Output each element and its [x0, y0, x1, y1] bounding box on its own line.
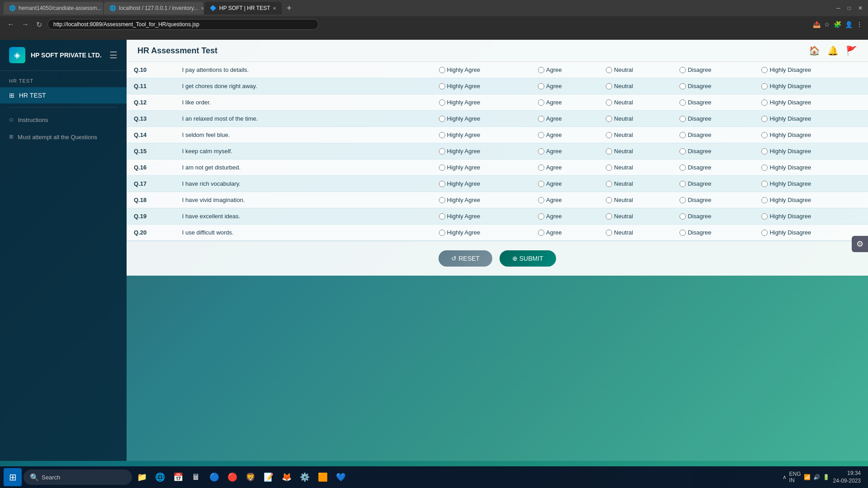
radio-input[interactable]: [679, 132, 686, 138]
radio-option-agree[interactable]: Agree: [538, 66, 591, 73]
taskbar-app1[interactable]: 🟧: [315, 469, 331, 485]
radio-option-neutral[interactable]: Neutral: [606, 164, 665, 171]
taskbar-file-explorer[interactable]: 📁: [134, 469, 150, 485]
sidebar-item-instructions[interactable]: ○ Instructions: [0, 111, 127, 128]
radio-input[interactable]: [439, 230, 445, 236]
flag-icon[interactable]: 🚩: [846, 45, 857, 56]
radio-input[interactable]: [761, 99, 768, 106]
menu-icon[interactable]: ⋮: [856, 21, 863, 28]
radio-input[interactable]: [538, 213, 544, 220]
radio-option-agree[interactable]: Agree: [538, 180, 591, 187]
reset-button[interactable]: ↺ RESET: [439, 250, 492, 267]
radio-input[interactable]: [761, 164, 768, 171]
radio-option-neutral[interactable]: Neutral: [606, 99, 665, 106]
bookmark-icon[interactable]: ☆: [824, 21, 830, 28]
radio-input[interactable]: [538, 99, 544, 106]
radio-input[interactable]: [439, 148, 445, 155]
radio-input[interactable]: [761, 67, 768, 73]
radio-input[interactable]: [679, 116, 686, 122]
taskbar-notes[interactable]: 📝: [260, 469, 277, 485]
radio-option-highly-agree[interactable]: Highly Agree: [439, 115, 524, 122]
tab-2-close[interactable]: ✕: [201, 6, 203, 11]
radio-input[interactable]: [679, 99, 686, 106]
radio-input[interactable]: [679, 197, 686, 203]
radio-input[interactable]: [439, 99, 445, 106]
radio-option-neutral[interactable]: Neutral: [606, 66, 665, 73]
radio-input[interactable]: [538, 83, 544, 89]
radio-option-neutral[interactable]: Neutral: [606, 213, 665, 220]
taskbar-settings[interactable]: ⚙️: [297, 469, 313, 485]
radio-option-highly-disagree[interactable]: Highly Disagree: [761, 213, 861, 220]
radio-option-highly-agree[interactable]: Highly Agree: [439, 131, 524, 138]
radio-option-agree[interactable]: Agree: [538, 213, 591, 220]
refresh-button[interactable]: ↻: [34, 19, 44, 30]
radio-input[interactable]: [439, 83, 445, 89]
close-button[interactable]: ✕: [856, 3, 864, 13]
radio-input[interactable]: [761, 148, 768, 155]
radio-option-highly-disagree[interactable]: Highly Disagree: [761, 131, 861, 138]
hamburger-menu[interactable]: ☰: [109, 50, 118, 61]
radio-input[interactable]: [439, 213, 445, 220]
radio-input[interactable]: [606, 213, 612, 220]
taskbar-search-box[interactable]: 🔍 Search: [24, 469, 132, 485]
radio-option-highly-agree[interactable]: Highly Agree: [439, 148, 524, 155]
radio-option-neutral[interactable]: Neutral: [606, 148, 665, 155]
radio-input[interactable]: [439, 197, 445, 203]
radio-input[interactable]: [761, 197, 768, 203]
radio-input[interactable]: [761, 83, 768, 89]
radio-input[interactable]: [761, 230, 768, 236]
radio-option-disagree[interactable]: Disagree: [679, 131, 747, 138]
home-icon[interactable]: 🏠: [809, 45, 820, 56]
sidebar-item-must-attempt[interactable]: ≡ Must attempt all the Questions: [0, 128, 127, 145]
radio-input[interactable]: [606, 164, 612, 171]
chevron-up-icon[interactable]: ∧: [783, 474, 787, 480]
back-button[interactable]: ←: [5, 19, 16, 29]
radio-input[interactable]: [538, 181, 544, 187]
radio-input[interactable]: [606, 148, 612, 155]
radio-option-highly-disagree[interactable]: Highly Disagree: [761, 66, 861, 73]
radio-input[interactable]: [439, 164, 445, 171]
radio-input[interactable]: [679, 164, 686, 171]
bell-icon[interactable]: 🔔: [827, 45, 839, 56]
radio-option-disagree[interactable]: Disagree: [679, 148, 747, 155]
radio-option-highly-agree[interactable]: Highly Agree: [439, 197, 524, 203]
radio-option-neutral[interactable]: Neutral: [606, 115, 665, 122]
radio-input[interactable]: [538, 197, 544, 203]
submit-button[interactable]: ⊕ SUBMIT: [500, 250, 556, 267]
radio-input[interactable]: [439, 67, 445, 73]
settings-gear-button[interactable]: ⚙: [852, 236, 868, 252]
radio-option-agree[interactable]: Agree: [538, 229, 591, 236]
radio-input[interactable]: [606, 83, 612, 89]
radio-option-highly-disagree[interactable]: Highly Disagree: [761, 164, 861, 171]
radio-input[interactable]: [439, 132, 445, 138]
radio-input[interactable]: [606, 132, 612, 138]
radio-input[interactable]: [679, 67, 686, 73]
cast-icon[interactable]: 📤: [813, 21, 821, 28]
taskbar-browser-icon[interactable]: 🌐: [152, 469, 168, 485]
radio-option-disagree[interactable]: Disagree: [679, 66, 747, 73]
taskbar-calculator[interactable]: 🖩: [188, 469, 204, 485]
radio-option-neutral[interactable]: Neutral: [606, 131, 665, 138]
tab-1[interactable]: 🌐 hemant14050/candiate-assessm... ✕: [4, 2, 103, 14]
radio-input[interactable]: [679, 181, 686, 187]
radio-option-neutral[interactable]: Neutral: [606, 197, 665, 203]
radio-input[interactable]: [761, 132, 768, 138]
url-input[interactable]: [47, 19, 319, 30]
radio-option-neutral[interactable]: Neutral: [606, 180, 665, 187]
radio-input[interactable]: [538, 230, 544, 236]
radio-input[interactable]: [538, 132, 544, 138]
profile-icon[interactable]: 👤: [845, 21, 853, 28]
radio-option-agree[interactable]: Agree: [538, 197, 591, 203]
radio-option-highly-agree[interactable]: Highly Agree: [439, 180, 524, 187]
taskbar-firefox[interactable]: 🦊: [278, 469, 295, 485]
taskbar-vscode[interactable]: 💙: [333, 469, 349, 485]
radio-option-highly-disagree[interactable]: Highly Disagree: [761, 180, 861, 187]
radio-input[interactable]: [606, 197, 612, 203]
maximize-button[interactable]: □: [846, 3, 853, 13]
radio-option-agree[interactable]: Agree: [538, 164, 591, 171]
radio-input[interactable]: [761, 213, 768, 220]
radio-option-highly-disagree[interactable]: Highly Disagree: [761, 148, 861, 155]
radio-input[interactable]: [538, 148, 544, 155]
tab-2[interactable]: 🌐 localhost / 127.0.0.1 / inventory... ✕: [104, 2, 203, 14]
radio-input[interactable]: [679, 213, 686, 220]
